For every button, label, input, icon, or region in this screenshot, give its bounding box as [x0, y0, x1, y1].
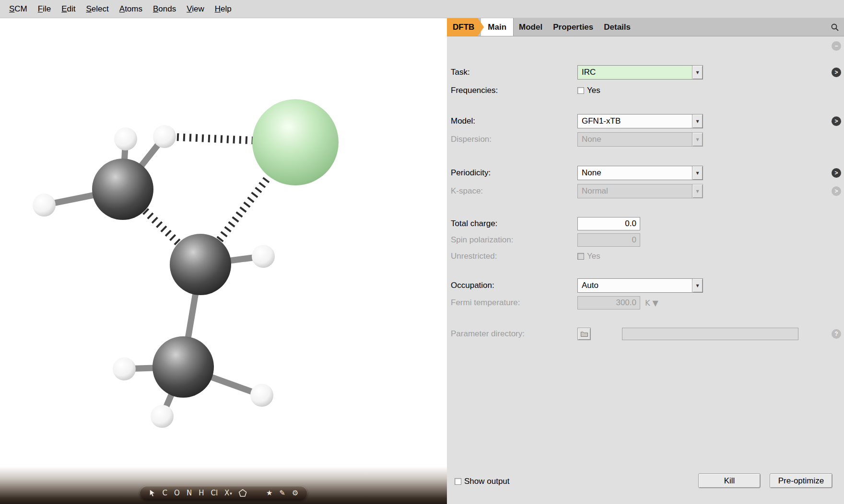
spin-polarization-row: Spin polarization: 0: [451, 233, 640, 247]
periodicity-dropdown-arrow-icon[interactable]: ▼: [692, 166, 703, 180]
menu-scm[interactable]: SCM: [4, 4, 33, 14]
parameter-directory-label: Parameter directory:: [451, 329, 577, 339]
element-o-button[interactable]: O: [174, 489, 180, 497]
menu-edit[interactable]: Edit: [56, 4, 81, 14]
dispersion-dropdown-arrow-icon: ▼: [692, 133, 703, 146]
menu-select[interactable]: Select: [81, 4, 114, 14]
menu-atoms[interactable]: Atoms: [114, 4, 148, 14]
atom-carbon[interactable]: [152, 336, 214, 398]
menu-file[interactable]: File: [33, 4, 56, 14]
preoptimize-button[interactable]: Pre-optimize: [770, 473, 832, 488]
atom-hydrogen[interactable]: [250, 384, 273, 407]
atom-hydrogen[interactable]: [151, 405, 174, 428]
periodicity-row: Periodicity: None ▼: [451, 166, 703, 180]
element-cl-button[interactable]: Cl: [211, 489, 218, 497]
tab-main[interactable]: Main: [481, 18, 513, 36]
total-charge-label: Total charge:: [451, 219, 577, 229]
kspace-detail-arrow-icon: >: [832, 186, 841, 196]
element-x-label: X: [224, 489, 229, 497]
task-row: Task: IRC ▼: [451, 65, 703, 80]
tab-details[interactable]: Details: [598, 18, 636, 36]
search-icon[interactable]: [826, 18, 844, 36]
occupation-row: Occupation: Auto ▼: [451, 278, 703, 293]
model-label: Model:: [451, 116, 577, 126]
dispersion-value: None: [578, 133, 692, 146]
atom-hydrogen[interactable]: [114, 127, 137, 150]
kspace-label: K-space:: [451, 186, 577, 196]
tab-bar: DFTB Main Model Properties Details: [447, 18, 844, 36]
ring-tool-icon[interactable]: [239, 489, 247, 497]
model-dropdown-arrow-icon[interactable]: ▼: [692, 115, 703, 128]
tab-dftb[interactable]: DFTB: [447, 18, 484, 36]
chevron-glyph: >: [834, 118, 838, 125]
selection-star-icon[interactable]: ★: [266, 489, 272, 497]
kspace-dropdown-arrow-icon: ▼: [692, 184, 703, 198]
menu-bar: SCM File Edit Select Atoms Bonds View He…: [0, 0, 844, 18]
menu-view[interactable]: View: [181, 4, 210, 14]
element-x-button[interactable]: X ▾: [224, 489, 232, 497]
spin-polarization-input: 0: [577, 233, 640, 247]
fermi-temperature-unit: K ▼: [645, 298, 658, 308]
periodicity-value: None: [578, 166, 692, 180]
model-detail-arrow-icon[interactable]: >: [832, 116, 841, 126]
atom-chlorine[interactable]: [252, 99, 339, 185]
periodicity-detail-arrow-icon[interactable]: >: [832, 168, 841, 178]
kspace-select: Normal ▼: [577, 184, 703, 198]
model-row: Model: GFN1-xTB ▼: [451, 114, 703, 128]
folder-browse-icon[interactable]: [577, 328, 591, 340]
parameter-help-icon: ?: [832, 329, 841, 339]
periodicity-label: Periodicity:: [451, 168, 577, 178]
fermi-temperature-row: Fermi temperature: 300.0 K ▼: [451, 296, 658, 310]
pointer-tool-icon[interactable]: [149, 489, 156, 497]
molecule-viewer[interactable]: C O N H Cl X ▾ ★ ✎ ⚙: [0, 18, 447, 504]
tab-model[interactable]: Model: [513, 18, 548, 36]
task-value: IRC: [578, 66, 692, 79]
fermi-temperature-input: 300.0: [577, 296, 640, 309]
element-c-button[interactable]: C: [163, 489, 167, 497]
element-n-button[interactable]: N: [187, 489, 192, 497]
kspace-row: K-space: Normal ▼: [451, 184, 703, 198]
show-output-checkbox[interactable]: [455, 478, 461, 485]
show-output-row: Show output: [455, 477, 510, 486]
task-label: Task:: [451, 68, 577, 77]
atom-hydrogen[interactable]: [113, 357, 136, 380]
molecule-canvas[interactable]: [0, 18, 447, 504]
tab-properties[interactable]: Properties: [548, 18, 598, 36]
pen-tool-icon[interactable]: ✎: [279, 489, 285, 497]
element-h-button[interactable]: H: [199, 489, 204, 497]
atom-hydrogen[interactable]: [33, 194, 56, 217]
atom-hydrogen[interactable]: [252, 245, 275, 268]
unrestricted-checkbox: [577, 253, 584, 260]
settings-panel: DFTB Main Model Properties Details − > >…: [447, 18, 844, 504]
frequencies-checkbox[interactable]: [577, 87, 584, 94]
total-charge-input[interactable]: 0.0: [577, 217, 640, 230]
fermi-temperature-label: Fermi temperature:: [451, 298, 577, 308]
element-picker-caret-icon: ▾: [230, 490, 232, 497]
occupation-label: Occupation:: [451, 281, 577, 290]
menu-help[interactable]: Help: [210, 4, 237, 14]
viewer-toolbar: C O N H Cl X ▾ ★ ✎ ⚙: [140, 486, 307, 500]
task-dropdown-arrow-icon[interactable]: ▼: [692, 66, 703, 79]
settings-gear-icon[interactable]: ⚙: [292, 489, 298, 497]
total-charge-row: Total charge: 0.0: [451, 217, 640, 231]
periodicity-select[interactable]: None ▼: [577, 166, 703, 180]
kill-button[interactable]: Kill: [698, 473, 761, 488]
occupation-select[interactable]: Auto ▼: [577, 278, 703, 293]
dispersion-select: None ▼: [577, 132, 703, 147]
occupation-dropdown-arrow-icon[interactable]: ▼: [692, 279, 703, 292]
model-select[interactable]: GFN1-xTB ▼: [577, 114, 703, 128]
atom-hydrogen[interactable]: [153, 125, 176, 148]
atom-carbon[interactable]: [92, 159, 153, 220]
chevron-glyph: >: [834, 188, 838, 195]
menu-bonds[interactable]: Bonds: [148, 4, 181, 14]
model-value: GFN1-xTB: [578, 115, 692, 128]
question-glyph: ?: [834, 331, 838, 337]
atom-carbon[interactable]: [170, 234, 231, 295]
spin-polarization-label: Spin polarization:: [451, 235, 577, 245]
chevron-glyph: >: [834, 170, 838, 176]
minus-glyph: −: [834, 43, 838, 49]
task-select[interactable]: IRC ▼: [577, 65, 703, 80]
show-output-label: Show output: [464, 477, 510, 486]
parameter-directory-row: Parameter directory:: [451, 327, 798, 341]
task-detail-arrow-icon[interactable]: >: [832, 68, 841, 77]
